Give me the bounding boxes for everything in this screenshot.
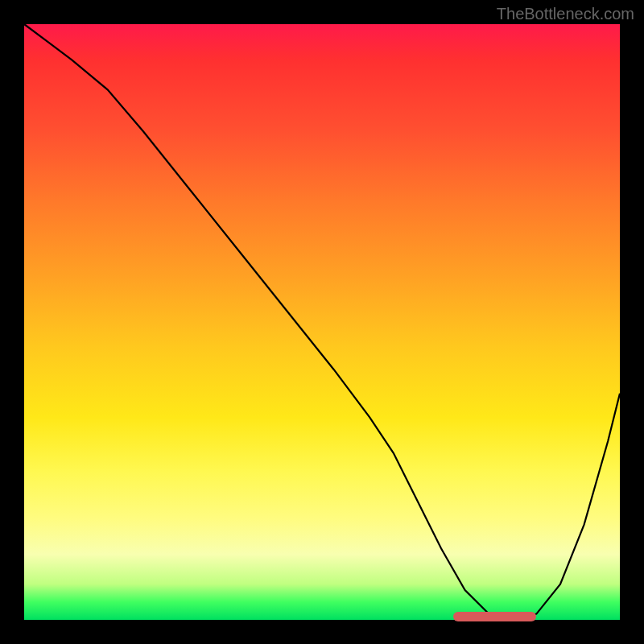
optimal-range-marker: [453, 612, 537, 621]
watermark-text: TheBottleneck.com: [497, 5, 634, 23]
chart-plot-area: [24, 24, 620, 620]
bottleneck-curve: [24, 24, 620, 620]
